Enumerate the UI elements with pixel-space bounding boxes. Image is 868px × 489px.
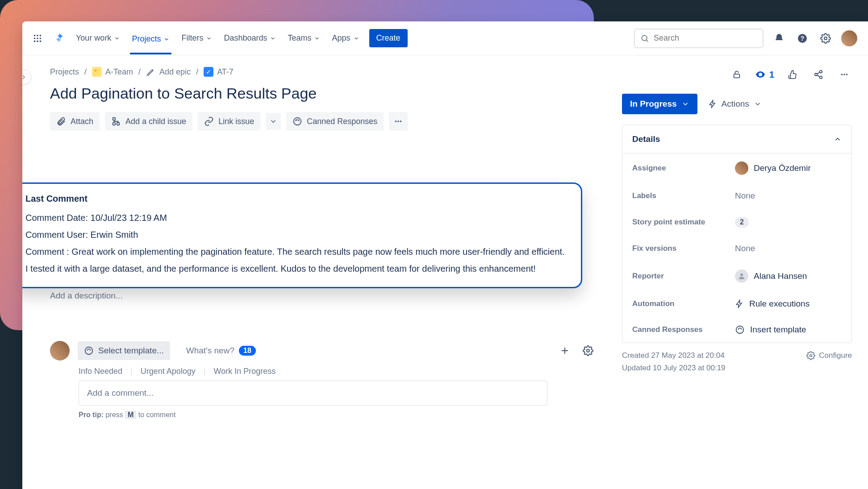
attach-button[interactable]: Attach — [50, 112, 100, 131]
svg-point-3 — [34, 37, 36, 39]
lc-user-label: Comment User: — [25, 230, 91, 240]
comment-input[interactable]: Add a comment... — [79, 381, 547, 406]
settings-icon[interactable] — [818, 31, 833, 46]
nav-label: Projects — [132, 34, 161, 44]
chevron-down-icon — [681, 100, 689, 108]
detail-reporter[interactable]: Reporter Alana Hansen — [622, 261, 851, 291]
svg-point-20 — [85, 347, 93, 355]
chevron-down-icon — [206, 35, 212, 41]
description-placeholder[interactable]: Add a description... — [50, 291, 596, 301]
issue-title[interactable]: Add Pagination to Search Results Page — [50, 85, 596, 102]
svg-point-2 — [40, 34, 42, 36]
details-header[interactable]: Details — [622, 125, 851, 153]
template-tag-wip[interactable]: Work In Progress — [214, 367, 276, 376]
watch-button[interactable]: 1 — [755, 69, 774, 80]
profile-avatar[interactable] — [841, 30, 857, 46]
breadcrumb-separator: / — [196, 67, 198, 77]
detail-assignee[interactable]: Assignee Derya Özdemir — [622, 153, 851, 183]
created-date: Created 27 May 2023 at 20:04 — [622, 351, 726, 360]
last-comment-heading: Last Comment — [25, 194, 568, 204]
nav-apps[interactable]: Apps — [330, 30, 361, 46]
share-icon[interactable] — [811, 67, 826, 82]
app-switcher-icon[interactable] — [29, 30, 46, 46]
add-child-button[interactable]: Add a child issue — [105, 112, 192, 131]
whats-new-label: What's new? — [186, 346, 234, 356]
svg-point-12 — [824, 37, 827, 40]
detail-fixversions[interactable]: Fix versions None — [622, 236, 851, 261]
search-input[interactable] — [634, 29, 764, 48]
template-tag-info[interactable]: Info Needed — [79, 367, 122, 376]
task-icon: ✓ — [204, 67, 213, 77]
detail-canned[interactable]: Canned Responses Insert template — [622, 317, 851, 343]
detail-automation[interactable]: Automation Rule executions — [622, 291, 851, 317]
breadcrumb-add-epic[interactable]: Add epic — [146, 67, 191, 77]
actions-button[interactable]: Actions — [708, 99, 762, 109]
chevron-down-icon — [314, 35, 320, 41]
detail-label: Reporter — [632, 272, 726, 281]
protip-text: press — [104, 411, 125, 419]
link-icon — [204, 116, 214, 126]
updated-date: Updated 10 July 2023 at 00:19 — [622, 364, 726, 373]
detail-value: Alana Hansen — [754, 271, 807, 281]
project-icon: 📁 — [92, 67, 102, 77]
breadcrumb-issue-key[interactable]: ✓ AT-7 — [204, 67, 234, 77]
lc-body-value: Great work on implementing the paginatio… — [25, 247, 565, 274]
search-field[interactable] — [654, 33, 757, 43]
detail-labels[interactable]: Labels None — [622, 183, 851, 209]
search-icon — [640, 34, 649, 43]
chevron-down-icon — [754, 100, 762, 108]
nav-label: Filters — [181, 33, 203, 43]
bolt-icon — [708, 99, 717, 108]
create-button[interactable]: Create — [369, 29, 408, 47]
canned-responses-button[interactable]: Canned Responses — [286, 112, 384, 131]
jira-logo-icon[interactable] — [54, 32, 66, 45]
nav-projects[interactable]: Projects — [130, 31, 171, 54]
nav-filters[interactable]: Filters — [179, 30, 214, 46]
button-label: Add a child issue — [125, 117, 186, 126]
configure-label: Configure — [819, 351, 852, 360]
breadcrumb-project[interactable]: 📁 A-Team — [92, 67, 133, 77]
select-template-button[interactable]: Select template... — [78, 341, 170, 360]
svg-point-17 — [395, 120, 397, 122]
svg-point-24 — [815, 73, 818, 76]
like-icon[interactable] — [785, 67, 800, 82]
svg-point-1 — [37, 34, 38, 36]
nav-teams[interactable]: Teams — [286, 30, 322, 46]
nav-dashboards[interactable]: Dashboards — [222, 30, 278, 46]
chevron-down-icon — [270, 35, 276, 41]
whats-new-link[interactable]: What's new? 18 — [186, 346, 256, 356]
protip-key: M — [125, 410, 136, 419]
composer-settings-icon[interactable] — [580, 343, 596, 358]
link-issue-more-button[interactable] — [266, 113, 281, 130]
link-issue-button[interactable]: Link issue — [198, 112, 260, 131]
nav-your-work[interactable]: Your work — [74, 30, 122, 46]
breadcrumb-label: A-Team — [105, 67, 133, 77]
pro-tip: Pro tip: press M to comment — [79, 411, 596, 419]
watch-count: 1 — [769, 70, 774, 80]
breadcrumb-label: Add epic — [159, 67, 191, 77]
help-icon[interactable]: ? — [795, 31, 810, 46]
detail-value: 2 — [735, 217, 749, 228]
svg-point-27 — [843, 74, 845, 75]
lc-body-label: Comment : — [25, 247, 71, 257]
status-button[interactable]: In Progress — [622, 94, 697, 114]
more-actions-button[interactable] — [389, 112, 408, 131]
breadcrumb-separator: / — [84, 67, 87, 77]
svg-rect-22 — [734, 74, 739, 78]
svg-rect-15 — [117, 123, 120, 125]
lc-user-value: Erwin Smith — [91, 230, 138, 240]
top-nav: Your work Projects Filters Dashboards Te… — [22, 21, 868, 55]
detail-label: Fix versions — [632, 244, 726, 253]
detail-value: Rule executions — [749, 299, 810, 309]
pencil-icon — [146, 67, 156, 77]
template-tag-apology[interactable]: Urgent Apology — [141, 367, 196, 376]
breadcrumb-projects[interactable]: Projects — [50, 67, 79, 77]
add-icon[interactable] — [557, 343, 572, 358]
detail-storypoints[interactable]: Story point estimate 2 — [622, 209, 851, 236]
configure-button[interactable]: Configure — [806, 351, 852, 360]
notifications-icon[interactable] — [772, 31, 787, 46]
lock-icon[interactable] — [729, 67, 744, 82]
more-icon[interactable] — [837, 67, 852, 82]
canned-icon — [735, 325, 745, 335]
svg-point-28 — [846, 74, 848, 75]
